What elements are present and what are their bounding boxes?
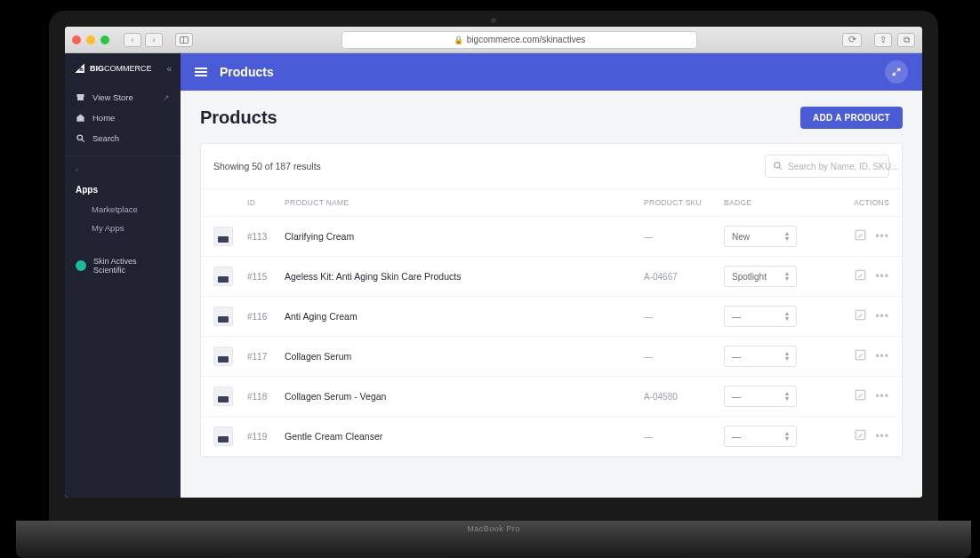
more-actions-icon[interactable]: •••: [875, 310, 889, 323]
select-arrows-icon: ▴▾: [785, 271, 789, 282]
table-row[interactable]: #113 Clarifying Cream — New ▴▾ •••: [201, 217, 902, 257]
badge-value: —: [732, 392, 741, 402]
sidebar-back[interactable]: ‹: [65, 160, 181, 179]
badge-select[interactable]: — ▴▾: [724, 386, 797, 407]
edit-icon[interactable]: [855, 269, 866, 283]
tabs-button[interactable]: ⧉: [897, 33, 915, 47]
hamburger-menu-icon[interactable]: [195, 68, 207, 76]
product-sku: —: [644, 432, 724, 442]
product-id: #119: [247, 432, 285, 442]
badge-select[interactable]: New ▴▾: [724, 226, 797, 247]
minimize-window-icon[interactable]: [86, 36, 95, 44]
select-arrows-icon: ▴▾: [785, 231, 789, 242]
store-name: Skin Actives Scientific: [93, 257, 170, 275]
more-actions-icon[interactable]: •••: [875, 430, 889, 442]
product-id: #117: [247, 352, 285, 362]
external-link-icon: ↗: [163, 93, 170, 102]
close-window-icon[interactable]: [72, 36, 81, 44]
product-sku: —: [644, 232, 724, 242]
brand-logo[interactable]: BIGCOMMERCE: [74, 62, 152, 75]
sidebar-item-my-apps[interactable]: My Apps: [81, 219, 181, 237]
svg-line-1: [82, 140, 84, 142]
column-badge: BADGE: [724, 198, 822, 207]
product-sku: —: [644, 312, 724, 322]
more-actions-icon[interactable]: •••: [875, 390, 889, 403]
svg-point-2: [775, 162, 780, 167]
badge-select[interactable]: — ▴▾: [724, 426, 797, 447]
product-thumbnail: [213, 307, 233, 326]
page-title: Products: [200, 108, 277, 128]
add-product-button[interactable]: ADD A PRODUCT: [800, 107, 903, 129]
badge-value: —: [732, 312, 741, 322]
table-row[interactable]: #118 Collagen Serum - Vegan A-04580 — ▴▾…: [201, 377, 902, 417]
search-input-wrapper[interactable]: [765, 155, 889, 178]
edit-icon[interactable]: [855, 429, 866, 443]
browser-chrome: ‹ › 🔒 bigcommerce.com/skinactives ⟳ ⇪ ⧉: [65, 27, 922, 53]
collapse-sidebar-icon[interactable]: «: [166, 64, 172, 74]
window-controls: [72, 36, 109, 44]
badge-value: New: [732, 232, 750, 242]
results-count: Showing 50 of 187 results: [213, 161, 321, 171]
table-row[interactable]: #116 Anti Aging Cream — — ▴▾ •••: [201, 297, 902, 337]
topbar: Products: [181, 53, 922, 91]
select-arrows-icon: ▴▾: [785, 351, 789, 362]
select-arrows-icon: ▴▾: [785, 431, 789, 442]
sidebar-item-label: My Apps: [92, 223, 124, 233]
product-name: Collagen Serum - Vegan: [285, 391, 644, 402]
sidebar-item-search[interactable]: Search: [65, 128, 181, 148]
search-input[interactable]: [788, 162, 901, 171]
column-id: ID: [247, 198, 285, 207]
products-panel: Showing 50 of 187 results ID P: [200, 143, 903, 458]
browser-url-bar[interactable]: 🔒 bigcommerce.com/skinactives: [341, 31, 697, 49]
badge-select[interactable]: — ▴▾: [724, 306, 797, 327]
product-name: Anti Aging Cream: [285, 311, 644, 322]
status-dot-icon: [76, 260, 86, 271]
table-header: ID PRODUCT NAME PRODUCT SKU BADGE ACTION…: [201, 189, 902, 217]
edit-icon[interactable]: [855, 389, 866, 403]
table-row[interactable]: #117 Collagen Serum — — ▴▾ •••: [201, 337, 902, 377]
sidebar-item-label: Search: [92, 133, 119, 143]
sidebar-item-label: View Store: [92, 92, 133, 102]
product-thumbnail: [213, 267, 233, 286]
maximize-window-icon[interactable]: [100, 36, 109, 44]
table-row[interactable]: #119 Gentle Cream Cleanser — — ▴▾ •••: [201, 417, 902, 457]
sidebar-item-marketplace[interactable]: Marketplace: [81, 200, 181, 219]
reload-button[interactable]: ⟳: [842, 33, 862, 47]
product-id: #115: [247, 272, 285, 282]
edit-icon[interactable]: [855, 349, 866, 363]
svg-point-0: [77, 135, 83, 140]
browser-sidebar-button[interactable]: [175, 33, 193, 47]
badge-select[interactable]: Spotlight ▴▾: [724, 266, 797, 287]
product-thumbnail: [213, 387, 233, 406]
badge-value: —: [732, 432, 741, 442]
product-name: Ageless Kit: Anti Aging Skin Care Produc…: [285, 271, 644, 282]
sidebar-item-label: Marketplace: [92, 204, 138, 214]
more-actions-icon[interactable]: •••: [875, 350, 889, 363]
select-arrows-icon: ▴▾: [785, 391, 789, 402]
column-sku: PRODUCT SKU: [644, 198, 724, 207]
expand-icon[interactable]: [885, 60, 908, 84]
sidebar-item-view-store[interactable]: View Store ↗: [65, 87, 181, 108]
browser-back-button[interactable]: ‹: [124, 33, 141, 47]
more-actions-icon[interactable]: •••: [875, 230, 889, 243]
product-id: #116: [247, 312, 285, 322]
product-name: Clarifying Cream: [285, 231, 644, 242]
product-thumbnail: [213, 347, 233, 366]
edit-icon[interactable]: [855, 309, 866, 323]
sidebar-store-indicator[interactable]: Skin Actives Scientific: [65, 248, 181, 283]
product-sku: A-04667: [644, 272, 724, 282]
browser-forward-button[interactable]: ›: [145, 33, 163, 47]
product-id: #113: [247, 232, 285, 242]
home-icon: [76, 113, 85, 123]
select-arrows-icon: ▴▾: [785, 311, 789, 322]
badge-select[interactable]: — ▴▾: [724, 346, 797, 367]
table-row[interactable]: #115 Ageless Kit: Anti Aging Skin Care P…: [201, 257, 902, 297]
more-actions-icon[interactable]: •••: [875, 270, 889, 283]
logo-mark-icon: [74, 62, 86, 75]
edit-icon[interactable]: [855, 229, 866, 243]
sidebar-section-apps: Apps: [65, 179, 181, 200]
sidebar-item-home[interactable]: Home: [65, 108, 181, 128]
product-sku: —: [644, 352, 724, 362]
product-name: Gentle Cream Cleanser: [285, 431, 644, 442]
share-button[interactable]: ⇪: [874, 33, 892, 47]
